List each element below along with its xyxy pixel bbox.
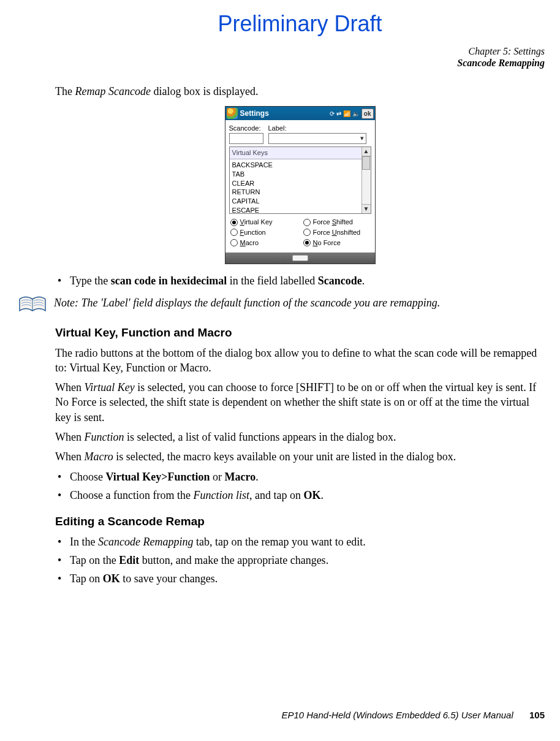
note-text: The 'Label' field displays the default f… — [81, 297, 441, 309]
paragraph: The radio buttons at the bottom of the d… — [55, 346, 545, 376]
subheading-vkey: Virtual Key, Function and Macro — [55, 325, 545, 341]
sync-icon: ⇄ — [336, 110, 341, 118]
sip-bar[interactable] — [225, 253, 375, 264]
page-header: Chapter 5: Settings Scancode Remapping — [55, 45, 545, 69]
list-item[interactable]: CAPITAL — [232, 197, 368, 206]
window-title: Settings — [240, 108, 330, 118]
t: or — [210, 471, 225, 483]
t: . — [255, 471, 259, 483]
list-item[interactable]: BACKSPACE — [232, 161, 368, 170]
t: Tap on the — [70, 554, 119, 566]
t: button, and make the appropriate changes… — [139, 554, 328, 566]
list-item: Tap on OK to save your changes. — [70, 571, 545, 586]
scancode-input[interactable] — [229, 133, 263, 144]
note-block: Note: The 'Label' field displays the def… — [18, 295, 545, 314]
radio-label: Virtual Key — [240, 218, 273, 227]
list-item[interactable]: ESCAPE — [232, 206, 368, 215]
intro-text-1: The — [55, 85, 75, 97]
header-chapter: Chapter 5: Settings — [55, 45, 545, 57]
scancode-field: Scancode: — [229, 124, 263, 144]
list-item: Tap on the Edit button, and make the app… — [70, 553, 545, 568]
field-row: Scancode: Label: — [225, 120, 375, 146]
list-item[interactable]: TAB — [232, 170, 368, 179]
t: Scancode Remapping — [98, 536, 193, 548]
label-field: Label: — [268, 124, 371, 144]
t: OK — [103, 572, 120, 585]
t: scan code in hexidecimal — [111, 275, 227, 287]
t: in the field labelled — [227, 275, 317, 287]
t: When — [55, 450, 84, 463]
volume-icon: 🔈 — [352, 110, 360, 118]
label-select[interactable] — [268, 133, 366, 144]
intro-text-3: dialog box is displayed. — [151, 85, 258, 97]
footer-title: EP10 Hand-Held (Windows Embedded 6.5) Us… — [281, 710, 513, 720]
paragraph: When Virtual Key is selected, you can ch… — [55, 380, 545, 425]
t: Virtual Key>Function — [106, 471, 210, 483]
t: In the — [70, 536, 98, 548]
list-item[interactable]: RETURN — [232, 188, 368, 197]
radio-no-force[interactable]: No Force — [303, 238, 370, 248]
note-label: Note: — [54, 297, 78, 309]
virtual-keys-listbox[interactable]: Virtual Keys BACKSPACE TAB CLEAR RETURN … — [229, 146, 371, 214]
radio-virtual-key[interactable]: Virtual Key — [230, 218, 297, 227]
ok-button[interactable]: ok — [361, 108, 374, 120]
watermark-text: Preliminary Draft — [55, 9, 545, 39]
note-content: Note: The 'Label' field displays the def… — [54, 295, 440, 310]
t: Function — [84, 431, 124, 443]
instruction-list-2: Choose Virtual Key>Function or Macro. Ch… — [55, 469, 545, 503]
header-section: Scancode Remapping — [55, 57, 545, 69]
radio-label: No Force — [313, 238, 341, 248]
t: Edit — [119, 554, 139, 566]
listbox-items: BACKSPACE TAB CLEAR RETURN CAPITAL ESCAP… — [230, 159, 371, 216]
list-item: Choose a function from the Function list… — [70, 488, 545, 503]
t: Choose a function from the — [70, 489, 193, 501]
instruction-list-3: In the Scancode Remapping tab, tap on th… — [55, 534, 545, 587]
start-icon[interactable] — [227, 108, 238, 119]
t: to save your changes. — [120, 572, 218, 585]
scroll-down-button[interactable]: ▼ — [361, 204, 371, 213]
radio-force-unshifted[interactable]: Force Unshifted — [303, 228, 370, 237]
page-number: 105 — [529, 710, 545, 720]
t: Scancode — [318, 275, 362, 287]
instruction-list-1: Type the scan code in hexidecimal in the… — [55, 273, 545, 288]
radio-macro[interactable]: Macro — [230, 238, 297, 248]
t: When — [55, 431, 84, 443]
radio-label: Force Unshifted — [313, 228, 361, 237]
label-label: Label: — [268, 124, 371, 133]
t: Function list — [193, 489, 249, 501]
scroll-up-button[interactable]: ▲ — [361, 147, 371, 156]
t: Macro — [84, 450, 113, 463]
device-screenshot: Settings ⟳ ⇄ 📶 🔈 ok Scancode: Label: Vir… — [55, 106, 545, 264]
list-item: Choose Virtual Key>Function or Macro. — [70, 469, 545, 484]
t: OK — [303, 489, 320, 501]
t: Virtual Key — [84, 381, 134, 393]
tray-icon: ⟳ — [330, 110, 335, 118]
radio-label: Force Shifted — [313, 218, 353, 227]
intro-text-2: Remap Scancode — [75, 85, 150, 97]
t: . — [362, 275, 365, 287]
t: , and tap on — [249, 489, 303, 501]
listbox-header: Virtual Keys — [230, 147, 371, 159]
t: is selected, the macro keys available on… — [113, 450, 456, 463]
list-item[interactable]: CLEAR — [232, 179, 368, 188]
device-window: Settings ⟳ ⇄ 📶 🔈 ok Scancode: Label: Vir… — [225, 106, 376, 264]
subheading-editing: Editing a Scancode Remap — [55, 514, 545, 530]
t: Type the — [70, 275, 111, 287]
book-icon — [18, 295, 47, 314]
radio-label: Macro — [240, 238, 259, 248]
keyboard-icon[interactable] — [292, 255, 308, 261]
intro-paragraph: The Remap Scancode dialog box is display… — [55, 84, 545, 99]
radio-label: Function — [240, 228, 266, 237]
radio-force-shifted[interactable]: Force Shifted — [303, 218, 370, 227]
t: tab, tap on the remap you want to edit. — [193, 536, 365, 548]
signal-icon: 📶 — [343, 110, 350, 118]
radio-function[interactable]: Function — [230, 228, 297, 237]
system-tray: ⟳ ⇄ 📶 🔈 ok — [330, 108, 374, 120]
scroll-thumb[interactable] — [362, 156, 370, 170]
t: . — [320, 489, 324, 501]
t: Macro — [225, 471, 256, 483]
paragraph: When Macro is selected, the macro keys a… — [55, 449, 545, 464]
scancode-label: Scancode: — [229, 124, 263, 133]
device-titlebar: Settings ⟳ ⇄ 📶 🔈 ok — [225, 107, 375, 120]
list-item: In the Scancode Remapping tab, tap on th… — [70, 534, 545, 549]
